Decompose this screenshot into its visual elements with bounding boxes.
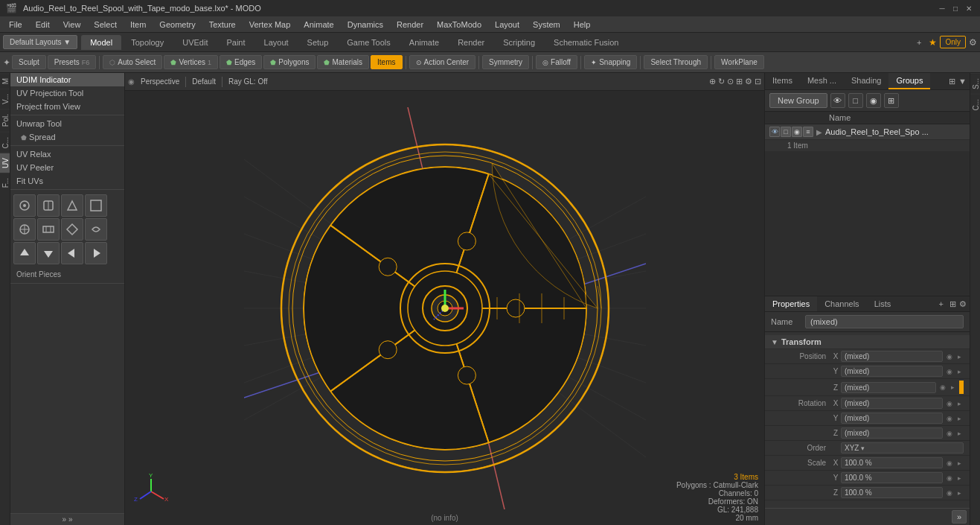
tool-btn-1[interactable] xyxy=(13,194,36,217)
udim-indicator[interactable]: UDIM Indicator xyxy=(10,73,124,86)
rs-tab-1[interactable]: S... xyxy=(970,73,980,94)
pos-y-anim-icon[interactable]: ◉ xyxy=(945,367,954,376)
tab-layout[interactable]: Layout xyxy=(255,35,298,50)
props-prev-btn[interactable]: » xyxy=(952,510,967,524)
menu-file[interactable]: File xyxy=(3,19,28,31)
left-vtab-pol[interactable]: Pol. xyxy=(0,109,10,131)
menu-geometry[interactable]: Geometry xyxy=(153,19,201,31)
tab-paint[interactable]: Paint xyxy=(217,35,254,50)
rot-z-key-icon[interactable]: ▸ xyxy=(955,429,964,438)
tool-arrow-left[interactable] xyxy=(61,242,83,264)
left-expand-button[interactable]: » » xyxy=(10,513,124,525)
pos-x-key-icon[interactable]: ▸ xyxy=(955,352,964,361)
tab-gametools[interactable]: Game Tools xyxy=(338,35,400,50)
rot-z-anim-icon[interactable]: ◉ xyxy=(945,429,954,438)
maximize-button[interactable]: □ xyxy=(950,3,961,13)
close-button[interactable]: ✕ xyxy=(964,3,974,13)
action-center-button[interactable]: ⊙ Action Center xyxy=(409,55,476,69)
vp-icon-settings[interactable]: ⚙ xyxy=(745,77,752,86)
vp-icon-expand[interactable]: ⊞ xyxy=(736,77,743,86)
rot-z-field[interactable]: (mixed) xyxy=(841,427,943,439)
props-tab-lists[interactable]: Lists xyxy=(867,296,899,311)
props-tab-properties[interactable]: Properties xyxy=(765,296,817,311)
right-tab-groups[interactable]: Groups xyxy=(888,73,930,89)
group-name-label[interactable]: Audio_Reel_to_Reel_Spo ... xyxy=(825,127,965,136)
tab-gear-icon[interactable]: ⚙ xyxy=(969,37,977,48)
left-vtab-m[interactable]: M xyxy=(0,73,10,89)
scale-x-field[interactable]: 100.0 % xyxy=(841,457,943,468)
menu-view[interactable]: View xyxy=(57,19,87,31)
props-expand-icon[interactable]: ⊞ xyxy=(949,299,956,309)
right-top-gear[interactable]: ▼ xyxy=(958,77,967,86)
sculpt-button[interactable]: Sculpt xyxy=(12,55,46,69)
right-tab-items[interactable]: Items xyxy=(765,73,800,89)
pos-z-field[interactable]: (mixed) xyxy=(841,382,936,393)
group-lock-icon[interactable]: □ xyxy=(781,127,791,137)
menu-vertexmap[interactable]: Vertex Map xyxy=(243,19,297,31)
tab-schematic[interactable]: Schematic Fusion xyxy=(545,35,627,50)
scale-x-anim-icon[interactable]: ◉ xyxy=(945,459,954,468)
pos-y-field[interactable]: (mixed) xyxy=(841,366,943,377)
rot-x-anim-icon[interactable]: ◉ xyxy=(945,399,954,408)
tool-btn-5[interactable] xyxy=(13,218,36,241)
left-vtab-f[interactable]: F... xyxy=(0,173,10,192)
right-tab-mesh[interactable]: Mesh ... xyxy=(800,73,844,89)
menu-system[interactable]: System xyxy=(527,19,566,31)
unwrap-tool[interactable]: Unwrap Tool xyxy=(10,117,124,130)
vp-perspective-btn[interactable]: Perspective xyxy=(136,76,184,87)
tool-btn-2[interactable] xyxy=(37,194,60,217)
menu-item[interactable]: Item xyxy=(124,19,152,31)
tab-topology[interactable]: Topology xyxy=(122,35,173,50)
tab-scripting[interactable]: Scripting xyxy=(494,35,544,50)
scale-z-field[interactable]: 100.0 % xyxy=(841,487,943,498)
props-name-value[interactable]: (mixed) xyxy=(805,315,964,328)
menu-help[interactable]: Help xyxy=(568,19,597,31)
rot-y-field[interactable]: (mixed) xyxy=(841,413,943,424)
transform-header[interactable]: ▼ Transform xyxy=(765,335,970,349)
uv-projection-tool[interactable]: UV Projection Tool xyxy=(10,86,124,100)
items-button[interactable]: Items xyxy=(371,55,402,69)
minimize-button[interactable]: ─ xyxy=(937,3,947,13)
tool-btn-6[interactable] xyxy=(37,218,60,241)
layout-dropdown[interactable]: Default Layouts ▼ xyxy=(3,35,77,49)
viewport[interactable]: ◉ Perspective Default Ray GL: Off ⊕ ↻ ⊙ … xyxy=(125,73,764,525)
menu-texture[interactable]: Texture xyxy=(203,19,242,31)
tab-uvedit[interactable]: UVEdit xyxy=(173,35,217,50)
fit-uvs[interactable]: Fit UVs xyxy=(10,174,124,188)
vp-icon-orbit[interactable]: ⊕ xyxy=(709,77,716,86)
tool-btn-4[interactable] xyxy=(85,194,107,217)
rot-x-field[interactable]: (mixed) xyxy=(841,398,943,409)
pos-z-key-icon[interactable]: ▸ xyxy=(948,383,957,392)
menu-maxtomodo[interactable]: MaxToModo xyxy=(431,19,487,31)
tab-only-button[interactable]: Only xyxy=(940,36,966,48)
snapping-button[interactable]: ✦ Snapping xyxy=(584,55,637,69)
scale-z-anim-icon[interactable]: ◉ xyxy=(945,489,954,497)
pos-z-anim-icon[interactable]: ◉ xyxy=(938,383,947,392)
tool-btn-3[interactable] xyxy=(61,194,83,217)
rot-x-key-icon[interactable]: ▸ xyxy=(955,399,964,408)
tab-add-button[interactable]: + xyxy=(912,36,926,48)
uv-relax[interactable]: UV Relax xyxy=(10,147,124,161)
spread-item[interactable]: ⬟ Spread xyxy=(10,130,124,144)
group-expand-arrow[interactable]: ▶ xyxy=(815,128,824,136)
vp-icon-refresh[interactable]: ↻ xyxy=(718,77,725,86)
menu-animate[interactable]: Animate xyxy=(298,19,339,31)
symmetry-button[interactable]: Symmetry xyxy=(482,55,529,69)
scale-y-field[interactable]: 100.0 % xyxy=(841,472,943,483)
tool-btn-8[interactable] xyxy=(85,218,107,241)
group-render-icon[interactable]: ◉ xyxy=(792,127,802,137)
materials-button[interactable]: ⬟ Materials xyxy=(317,55,369,69)
vp-icon-search[interactable]: ⊙ xyxy=(727,77,734,86)
tab-animate[interactable]: Animate xyxy=(400,35,448,50)
left-vtab-uv[interactable]: UV xyxy=(0,153,10,173)
tab-render[interactable]: Render xyxy=(449,35,493,50)
falloff-button[interactable]: ◎ Falloff xyxy=(536,55,577,69)
rs-tab-2[interactable]: C... xyxy=(970,94,980,115)
auto-select-button[interactable]: ⬡ Auto Select xyxy=(103,55,162,69)
tool-btn-7[interactable] xyxy=(61,218,83,241)
vp-icon-maximize[interactable]: ⊡ xyxy=(755,77,761,86)
menu-edit[interactable]: Edit xyxy=(30,19,56,31)
tool-arrow-down[interactable] xyxy=(37,242,60,264)
project-from-view[interactable]: Project from View xyxy=(10,100,124,113)
props-tab-plus[interactable]: + xyxy=(933,296,949,311)
